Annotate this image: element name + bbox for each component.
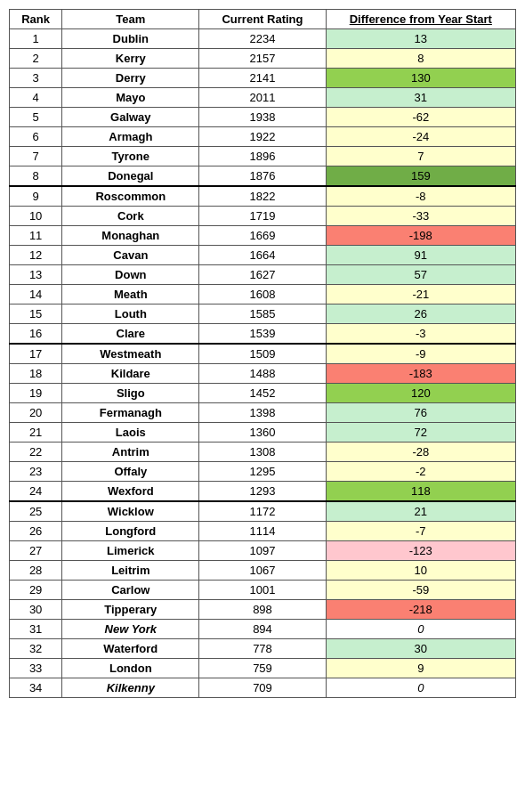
team-cell: Laois: [62, 423, 199, 443]
rating-cell: 1509: [199, 344, 326, 364]
rank-cell: 18: [10, 364, 62, 384]
team-cell: Leitrim: [62, 561, 199, 581]
team-cell: Down: [62, 265, 199, 285]
team-cell: Wexford: [62, 482, 199, 502]
rank-cell: 13: [10, 265, 62, 285]
rank-cell: 34: [10, 678, 62, 698]
diff-cell: 130: [326, 69, 515, 88]
diff-cell: 7: [326, 147, 515, 166]
header-rank: Rank: [10, 10, 62, 29]
rank-cell: 31: [10, 620, 62, 639]
team-cell: Tyrone: [62, 147, 199, 166]
diff-cell: -59: [326, 581, 515, 600]
rank-cell: 7: [10, 147, 62, 166]
rating-cell: 1488: [199, 364, 326, 384]
rank-cell: 33: [10, 659, 62, 678]
rating-cell: 2011: [199, 88, 326, 108]
rank-cell: 27: [10, 541, 62, 561]
diff-cell: -7: [326, 522, 515, 541]
diff-cell: 72: [326, 423, 515, 443]
rank-cell: 19: [10, 384, 62, 403]
team-cell: Kilkenny: [62, 678, 199, 698]
team-cell: Donegal: [62, 166, 199, 187]
rating-cell: 1669: [199, 226, 326, 246]
team-cell: Limerick: [62, 541, 199, 561]
diff-cell: 120: [326, 384, 515, 403]
team-cell: New York: [62, 620, 199, 639]
rank-cell: 9: [10, 186, 62, 207]
diff-cell: 0: [326, 678, 515, 698]
team-cell: Antrim: [62, 443, 199, 462]
diff-cell: 0: [326, 620, 515, 639]
team-cell: Galway: [62, 108, 199, 127]
diff-cell: 10: [326, 561, 515, 581]
diff-cell: 76: [326, 403, 515, 423]
rating-cell: 1308: [199, 443, 326, 462]
team-cell: London: [62, 659, 199, 678]
diff-cell: 159: [326, 166, 515, 187]
rating-cell: 759: [199, 659, 326, 678]
rank-cell: 32: [10, 639, 62, 659]
team-cell: Tipperary: [62, 600, 199, 620]
rank-cell: 14: [10, 285, 62, 304]
rating-cell: 1172: [199, 501, 326, 522]
team-cell: Roscommon: [62, 186, 199, 207]
team-cell: Sligo: [62, 384, 199, 403]
rank-cell: 17: [10, 344, 62, 364]
rating-cell: 1938: [199, 108, 326, 127]
diff-cell: -8: [326, 186, 515, 207]
diff-cell: 91: [326, 246, 515, 265]
rank-cell: 21: [10, 423, 62, 443]
rank-cell: 2: [10, 49, 62, 69]
header-diff: Difference from Year Start: [326, 10, 515, 29]
diff-cell: -9: [326, 344, 515, 364]
rank-cell: 8: [10, 166, 62, 187]
rating-cell: 1664: [199, 246, 326, 265]
team-cell: Dublin: [62, 29, 199, 49]
rating-cell: 1114: [199, 522, 326, 541]
diff-cell: -3: [326, 324, 515, 345]
rating-cell: 778: [199, 639, 326, 659]
diff-cell: -21: [326, 285, 515, 304]
rank-cell: 6: [10, 127, 62, 147]
diff-cell: -28: [326, 443, 515, 462]
rankings-table: Rank Team Current Rating Difference from…: [9, 9, 516, 698]
team-cell: Waterford: [62, 639, 199, 659]
rank-cell: 15: [10, 304, 62, 324]
rating-cell: 1067: [199, 561, 326, 581]
header-team: Team: [62, 10, 199, 29]
rank-cell: 4: [10, 88, 62, 108]
rating-cell: 1295: [199, 462, 326, 482]
rating-cell: 1001: [199, 581, 326, 600]
rating-cell: 2141: [199, 69, 326, 88]
diff-cell: -183: [326, 364, 515, 384]
diff-cell: 26: [326, 304, 515, 324]
rating-cell: 1293: [199, 482, 326, 502]
diff-cell: 21: [326, 501, 515, 522]
rating-cell: 1608: [199, 285, 326, 304]
diff-cell: -24: [326, 127, 515, 147]
diff-cell: 31: [326, 88, 515, 108]
rating-cell: 898: [199, 600, 326, 620]
rank-cell: 11: [10, 226, 62, 246]
diff-cell: 57: [326, 265, 515, 285]
diff-cell: -62: [326, 108, 515, 127]
team-cell: Derry: [62, 69, 199, 88]
rating-cell: 894: [199, 620, 326, 639]
rank-cell: 29: [10, 581, 62, 600]
rating-cell: 1585: [199, 304, 326, 324]
rank-cell: 22: [10, 443, 62, 462]
diff-cell: 9: [326, 659, 515, 678]
diff-cell: -198: [326, 226, 515, 246]
rank-cell: 1: [10, 29, 62, 49]
rating-cell: 2234: [199, 29, 326, 49]
rank-cell: 24: [10, 482, 62, 502]
team-cell: Wicklow: [62, 501, 199, 522]
rank-cell: 12: [10, 246, 62, 265]
rating-cell: 1627: [199, 265, 326, 285]
diff-cell: -218: [326, 600, 515, 620]
rating-cell: 1360: [199, 423, 326, 443]
diff-cell: -2: [326, 462, 515, 482]
rating-cell: 1896: [199, 147, 326, 166]
header-rating: Current Rating: [199, 10, 326, 29]
